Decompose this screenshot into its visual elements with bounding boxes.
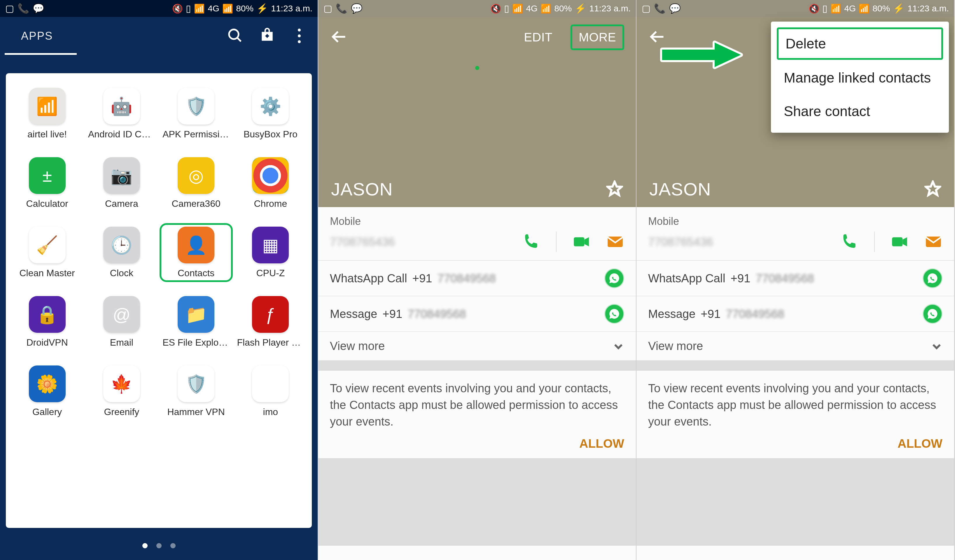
- apps-grid-panel: 📶airtel live!🤖Android ID Cha…🛡️APK Permi…: [6, 73, 312, 528]
- apps-tab[interactable]: APPS: [0, 17, 74, 55]
- whatsapp-call-row[interactable]: WhatsApp Call +91 770849568: [636, 261, 954, 296]
- mobile-number[interactable]: 7708765436: [330, 235, 515, 249]
- app-icon: 📷: [103, 157, 140, 194]
- whatsapp-message-row[interactable]: Message +91 770849568: [636, 296, 954, 332]
- app-clock[interactable]: 🕒Clock: [87, 227, 156, 278]
- messenger-icon: 💬: [351, 3, 363, 14]
- mute-icon: 🔇: [172, 3, 183, 14]
- message-label: Message: [648, 307, 695, 321]
- charging-icon: ⚡: [575, 3, 586, 14]
- app-label: Contacts: [178, 268, 214, 278]
- app-icon: ▦: [252, 227, 289, 263]
- whatsapp-call-number: 770849568: [756, 272, 814, 285]
- clock-label: 11:23 a.m.: [589, 3, 631, 13]
- app-label: DroidVPN: [26, 337, 68, 348]
- store-icon[interactable]: [259, 27, 276, 45]
- whatsapp-call-label: WhatsApp Call: [648, 272, 725, 285]
- app-label: Camera: [105, 198, 138, 209]
- call-forward-icon: 📞: [17, 3, 29, 14]
- app-cpu-z[interactable]: ▦CPU-Z: [236, 227, 305, 278]
- edit-button[interactable]: EDIT: [517, 26, 559, 48]
- app-camera360[interactable]: ◎Camera360: [162, 157, 230, 209]
- app-hammer-vpn[interactable]: 🛡️Hammer VPN: [162, 366, 230, 418]
- more-button[interactable]: MORE: [571, 25, 624, 50]
- video-icon[interactable]: [891, 233, 909, 251]
- mobile-label: Mobile: [330, 215, 624, 227]
- app-clean-master[interactable]: 🧹Clean Master: [13, 227, 81, 278]
- mobile-label: Mobile: [648, 215, 942, 227]
- whatsapp-message-row[interactable]: Message +91 770849568: [318, 296, 636, 332]
- app-label: Chrome: [254, 198, 287, 209]
- whatsapp-call-row[interactable]: WhatsApp Call +91 770849568: [318, 261, 636, 296]
- whatsapp-call-prefix: +91: [412, 272, 432, 285]
- app-contacts[interactable]: 👤Contacts: [161, 224, 232, 281]
- chevron-down-icon: [612, 340, 624, 352]
- app-email[interactable]: @Email: [87, 296, 156, 348]
- search-icon[interactable]: [227, 27, 243, 45]
- call-forward-icon: 📞: [336, 3, 348, 14]
- app-es-file-explorer[interactable]: 📁ES File Explorer: [162, 296, 230, 348]
- app-gallery[interactable]: 🌼Gallery: [13, 366, 81, 418]
- favorite-icon[interactable]: [924, 180, 941, 198]
- app-icon: 🌼: [29, 366, 66, 402]
- message-number: 770849568: [407, 307, 466, 321]
- battery-label: 80%: [554, 3, 572, 13]
- app-android-id-cha-[interactable]: 🤖Android ID Cha…: [87, 88, 156, 140]
- menu-manage-linked-contacts[interactable]: Manage linked contacts: [771, 61, 949, 94]
- whatsapp-icon[interactable]: [604, 268, 624, 288]
- clock-label: 11:23 a.m.: [271, 3, 312, 13]
- view-more-row[interactable]: View more: [318, 332, 636, 361]
- call-icon[interactable]: [841, 233, 858, 251]
- whatsapp-icon[interactable]: [604, 304, 624, 324]
- app-label: Gallery: [32, 407, 62, 418]
- app-camera[interactable]: 📷Camera: [87, 157, 156, 209]
- more-menu-popup: Delete Manage linked contacts Share cont…: [771, 22, 949, 133]
- contact-name: JASON: [649, 179, 711, 200]
- signal-icon: 📶: [512, 3, 523, 14]
- network-label: 4G: [526, 3, 538, 13]
- whatsapp-icon[interactable]: [923, 304, 942, 324]
- menu-delete[interactable]: Delete: [777, 27, 943, 60]
- signal2-icon: 📶: [859, 3, 869, 14]
- app-icon: ⚙️: [252, 88, 289, 125]
- app-droidvpn[interactable]: 🔒DroidVPN: [13, 296, 81, 348]
- favorite-icon[interactable]: [606, 180, 623, 198]
- message-icon[interactable]: [606, 233, 624, 251]
- app-greenify[interactable]: 🍁Greenify: [87, 366, 156, 418]
- app-label: ES File Explorer: [163, 337, 230, 348]
- app-label: Calculator: [26, 198, 68, 209]
- app-chrome[interactable]: Chrome: [236, 157, 305, 209]
- app-label: Clock: [110, 268, 133, 278]
- app-label: imo: [263, 407, 278, 418]
- allow-button[interactable]: ALLOW: [330, 430, 624, 453]
- app-label: Hammer VPN: [167, 407, 225, 418]
- overflow-icon[interactable]: [291, 28, 307, 43]
- allow-button[interactable]: ALLOW: [648, 430, 942, 453]
- back-icon[interactable]: [330, 28, 348, 47]
- app-icon: 🛡️: [178, 366, 214, 402]
- app-busybox-pro[interactable]: ⚙️BusyBox Pro: [236, 88, 305, 140]
- battery-label: 80%: [236, 3, 254, 13]
- app-apk-permissio-[interactable]: 🛡️APK Permissio…: [162, 88, 230, 140]
- messenger-icon: 💬: [669, 3, 681, 14]
- message-icon[interactable]: [924, 233, 942, 251]
- app-calculator[interactable]: ±Calculator: [13, 157, 81, 209]
- app-airtel-live-[interactable]: 📶airtel live!: [13, 88, 81, 140]
- app-icon: 🤖: [103, 88, 140, 125]
- view-more-row[interactable]: View more: [636, 332, 954, 361]
- app-flash-player-s-[interactable]: ƒFlash Player S…: [236, 296, 305, 348]
- signal-icon: 📶: [830, 3, 841, 14]
- svg-marker-4: [607, 181, 622, 195]
- mute-icon: 🔇: [490, 3, 501, 14]
- chevron-down-icon: [931, 340, 942, 352]
- app-label: Clean Master: [19, 268, 75, 278]
- view-more-label: View more: [330, 339, 385, 353]
- call-icon[interactable]: [522, 233, 540, 251]
- contact-body: Mobile 7708765436 WhatsApp C: [318, 207, 636, 560]
- mobile-number[interactable]: 7708765436: [648, 235, 833, 249]
- video-icon[interactable]: [572, 233, 590, 251]
- app-imo[interactable]: imoimo: [236, 366, 305, 418]
- menu-share-contact[interactable]: Share contact: [771, 94, 949, 128]
- whatsapp-icon[interactable]: [923, 268, 942, 288]
- app-label: airtel live!: [27, 129, 67, 140]
